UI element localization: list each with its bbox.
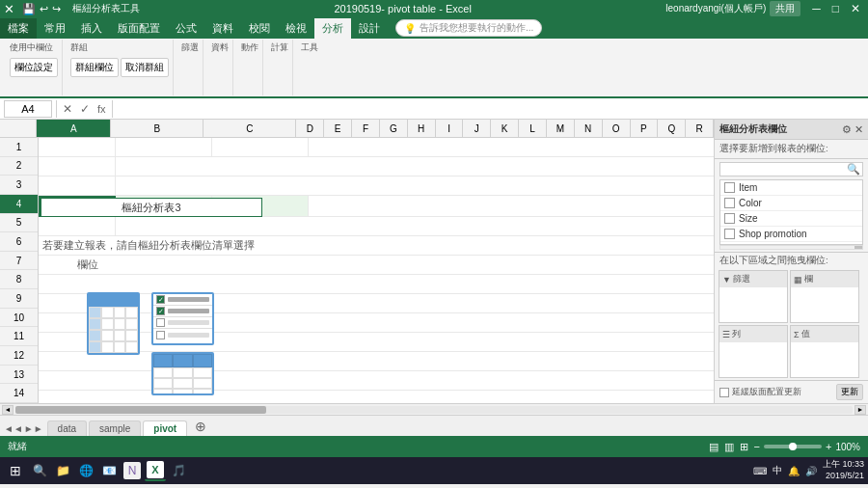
col-header-h[interactable]: H xyxy=(408,120,436,137)
sheet-tab-data[interactable]: data xyxy=(47,420,87,436)
page-break-btn[interactable]: ⊞ xyxy=(740,441,748,453)
col-header-d[interactable]: D xyxy=(296,120,324,137)
col-header-q[interactable]: Q xyxy=(658,120,686,137)
col-header-a[interactable]: A xyxy=(37,120,111,137)
ribbon-btn-1[interactable]: 欄位設定 xyxy=(10,58,58,77)
field-search-box[interactable]: 🔍 xyxy=(719,162,863,176)
cell-a4[interactable]: 樞紐分析表3 xyxy=(39,196,116,217)
col-header-f[interactable]: F xyxy=(352,120,380,137)
field-item-size[interactable]: Size xyxy=(720,211,862,227)
col-header-l[interactable]: L xyxy=(519,120,547,137)
taskview-button[interactable]: 📁 xyxy=(52,460,73,481)
excel-taskbar-button[interactable]: X xyxy=(145,460,166,481)
deferred-update-checkbox[interactable] xyxy=(719,388,729,397)
ribbon-btn-group[interactable]: 群組欄位 xyxy=(70,58,119,77)
tab-file[interactable]: 檔案 xyxy=(0,18,37,39)
zoom-in-btn[interactable]: + xyxy=(826,441,831,452)
maximize-button[interactable]: □ xyxy=(828,2,843,15)
zone-row[interactable]: ☰ 列 xyxy=(719,325,788,378)
row-header-3[interactable]: 3 xyxy=(0,176,38,195)
outlook-button[interactable]: 📧 xyxy=(98,460,120,481)
formula-input[interactable] xyxy=(117,100,864,118)
qat-save[interactable]: 💾 xyxy=(22,3,36,15)
scroll-right-btn[interactable]: ► xyxy=(854,405,866,415)
row-header-12[interactable]: 12 xyxy=(0,346,38,366)
qat-undo[interactable]: ↩ xyxy=(40,3,48,15)
ribbon-btn-ungroup[interactable]: 取消群組 xyxy=(121,58,169,77)
row-header-13[interactable]: 13 xyxy=(0,366,38,385)
col-header-j[interactable]: J xyxy=(463,120,491,137)
tab-insert[interactable]: 插入 xyxy=(73,18,110,39)
field-checkbox-item[interactable] xyxy=(724,182,735,193)
col-header-p[interactable]: P xyxy=(631,120,659,137)
start-button[interactable]: ⊞ xyxy=(4,459,27,482)
col-header-g[interactable]: G xyxy=(380,120,408,137)
tab-layout[interactable]: 版面配置 xyxy=(110,18,168,39)
music-button[interactable]: 🎵 xyxy=(168,460,189,481)
zoom-out-btn[interactable]: − xyxy=(754,441,760,452)
zoom-control[interactable]: − + 100% xyxy=(754,441,860,452)
col-header-n[interactable]: N xyxy=(575,120,603,137)
row-header-4[interactable]: 4 xyxy=(0,195,38,214)
tab-data[interactable]: 資料 xyxy=(204,18,241,39)
user-label[interactable]: leonardyangi(個人帳戶) xyxy=(665,2,766,15)
tab-view[interactable]: 檢視 xyxy=(278,18,314,39)
row-header-11[interactable]: 11 xyxy=(0,327,38,346)
onenote-button[interactable]: N xyxy=(122,460,143,481)
col-header-i[interactable]: I xyxy=(436,120,464,137)
col-header-m[interactable]: M xyxy=(547,120,575,137)
clock[interactable]: 上午 10:33 2019/5/21 xyxy=(823,459,864,481)
ime-label[interactable]: 中 xyxy=(773,464,782,477)
row-header-1[interactable]: 1 xyxy=(0,138,38,157)
tab-analyze[interactable]: 分析 xyxy=(314,18,351,39)
edge-button[interactable]: 🌐 xyxy=(75,460,96,481)
row-header-7[interactable]: 7 xyxy=(0,252,38,271)
col-header-c[interactable]: C xyxy=(203,120,296,137)
row-header-10[interactable]: 10 xyxy=(0,309,38,328)
field-checkbox-color[interactable] xyxy=(724,198,735,208)
col-header-b[interactable]: B xyxy=(111,120,203,137)
formula-fx-btn[interactable]: fx xyxy=(95,103,108,115)
tell-me-box[interactable]: 💡 告訴我您想要執行的動作... xyxy=(395,19,542,37)
update-button[interactable]: 更新 xyxy=(836,384,863,400)
close-button[interactable]: ✕ xyxy=(847,2,864,15)
field-search-input[interactable] xyxy=(724,164,847,175)
sheet-tab-sample[interactable]: sample xyxy=(89,420,141,436)
search-button[interactable]: 🔍 xyxy=(29,460,50,481)
row-header-14[interactable]: 14 xyxy=(0,384,38,403)
sheet-tab-pivot[interactable]: pivot xyxy=(143,420,187,436)
col-header-r[interactable]: R xyxy=(686,120,714,137)
field-checkbox-shop-promotion[interactable] xyxy=(724,229,735,239)
col-header-e[interactable]: E xyxy=(324,120,352,137)
tab-nav-prev[interactable]: ◄◄ ►► xyxy=(4,423,43,436)
zone-value[interactable]: Σ 值 xyxy=(790,325,859,378)
panel-settings-btn[interactable]: ⚙ xyxy=(842,123,852,136)
keyboard-icon[interactable]: ⌨ xyxy=(753,466,767,476)
field-item-shop-promotion[interactable]: Shop promotion xyxy=(720,227,862,242)
name-box[interactable] xyxy=(4,100,52,118)
tab-review[interactable]: 校閱 xyxy=(241,18,278,39)
qat-redo[interactable]: ↪ xyxy=(52,3,61,15)
col-header-o[interactable]: O xyxy=(603,120,631,137)
grid-row-4[interactable]: 樞紐分析表3 xyxy=(39,196,714,217)
minimize-button[interactable]: ─ xyxy=(808,2,825,15)
row-header-6[interactable]: 6 xyxy=(0,232,38,252)
volume-icon[interactable]: 🔊 xyxy=(805,466,817,476)
row-header-9[interactable]: 9 xyxy=(0,289,38,309)
field-checkbox-size[interactable] xyxy=(724,213,735,224)
formula-cancel-btn[interactable]: ✕ xyxy=(61,102,74,116)
row-header-2[interactable]: 2 xyxy=(0,157,38,176)
zone-filter[interactable]: ▼ 篩選 xyxy=(719,270,788,323)
row-header-5[interactable]: 5 xyxy=(0,214,38,233)
add-sheet-btn[interactable]: ⊕ xyxy=(189,419,212,434)
formula-confirm-btn[interactable]: ✓ xyxy=(78,102,92,116)
scroll-left-btn[interactable]: ◄ xyxy=(2,405,14,415)
tab-design[interactable]: 設計 xyxy=(351,18,388,39)
field-item-item[interactable]: Item xyxy=(720,180,862,196)
notification-icon[interactable]: 🔔 xyxy=(788,466,800,476)
zone-column[interactable]: ▦ 欄 xyxy=(790,270,859,323)
normal-view-btn[interactable]: ▤ xyxy=(709,441,719,453)
tab-home[interactable]: 常用 xyxy=(37,18,73,39)
panel-close-btn[interactable]: ✕ xyxy=(854,123,863,136)
scroll-track-h[interactable] xyxy=(15,406,853,414)
